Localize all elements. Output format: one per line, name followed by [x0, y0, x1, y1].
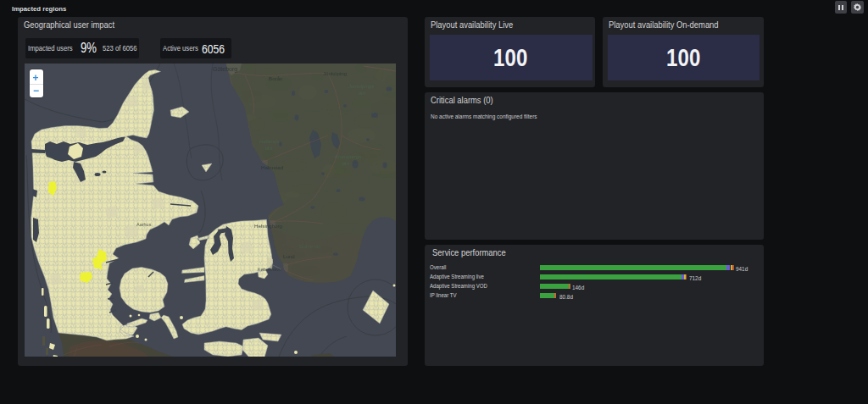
svg-text:län: län	[265, 146, 273, 151]
svg-text:Hallands: Hallands	[259, 139, 279, 144]
svg-text:Halmstad: Halmstad	[261, 164, 284, 170]
svg-text:Göteborg: Göteborg	[213, 66, 237, 73]
svg-text:län: län	[359, 91, 366, 96]
svg-text:län: län	[342, 161, 350, 166]
svg-text:Helsingborg: Helsingborg	[254, 223, 283, 229]
svg-text:Kronobergs: Kronobergs	[335, 154, 361, 159]
svg-text:Jönköpings: Jönköpings	[348, 84, 374, 89]
svg-text:Skåne län: Skåne län	[298, 244, 321, 249]
svg-text:Aarhus: Aarhus	[136, 222, 152, 227]
svg-text:Jönköping: Jönköping	[323, 70, 348, 76]
svg-text:København: København	[258, 267, 281, 272]
svg-text:Borås: Borås	[269, 75, 282, 81]
svg-text:Lund: Lund	[283, 253, 295, 259]
